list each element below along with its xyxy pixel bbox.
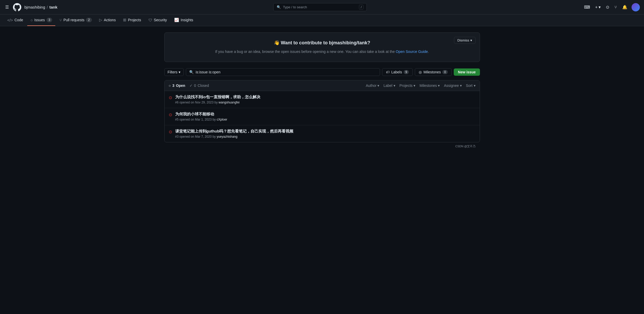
repo-separator: / (47, 5, 48, 9)
search-placeholder: Type / to search (283, 5, 307, 9)
header-search: 🔍 Type / to search / (62, 3, 579, 11)
open-label: Open (176, 83, 185, 88)
nav-item-issues[interactable]: ○ Issues 3 (27, 15, 55, 26)
issue-opened-text: opened on Nov 29, 2023 (179, 101, 214, 104)
contribute-title: 👋 Want to contribute to bjmashibing/tank… (171, 40, 473, 46)
labels-label: Labels (391, 70, 402, 74)
issue-opened-text: opened on Mar 7, 2020 (179, 135, 212, 138)
issue-title[interactable]: 为何我的小球不能移动 (175, 112, 476, 117)
open-issues-tab[interactable]: ○ 3 Open (169, 83, 185, 88)
issue-icon: ○ (30, 18, 33, 22)
search-icon: 🔍 (277, 5, 281, 9)
terminal-button[interactable]: ⌨ (583, 4, 591, 11)
issue-open-icon: ⊙ (169, 95, 172, 100)
closed-count: 0 (194, 83, 196, 88)
labels-button[interactable]: 🏷 Labels 9 (382, 68, 413, 76)
search-icon-small: 🔍 (189, 70, 194, 74)
dismiss-button[interactable]: Dismiss ▾ (454, 37, 476, 44)
nav-item-code[interactable]: </> Code (4, 15, 26, 26)
check-icon: ✓ (189, 83, 193, 88)
issues-container: ○ 3 Open ✓ 0 Closed Author ▾ Label ▾ (164, 80, 480, 142)
create-button[interactable]: + ▾ (594, 4, 602, 11)
wave-emoji: 👋 (274, 40, 280, 45)
bell-icon: 🔔 (622, 5, 627, 10)
global-search-box[interactable]: 🔍 Type / to search / (273, 3, 367, 11)
open-source-guide-link[interactable]: Open Source Guide (396, 50, 428, 54)
issue-meta: #6 opened on Nov 29, 2023 by wangshuangf… (175, 101, 476, 104)
issue-opened-text: opened on Mar 1, 2023 (179, 118, 212, 121)
projects-filter[interactable]: Projects ▾ (399, 83, 416, 88)
dismiss-dropdown-icon: ▾ (470, 38, 472, 42)
watch-button[interactable]: ⊙ (605, 4, 610, 11)
sort-dropdown-icon: ▾ (474, 83, 476, 88)
nav-item-actions[interactable]: ▷ Actions (96, 15, 119, 26)
plus-icon: + (595, 5, 598, 10)
closed-issues-tab[interactable]: ✓ 0 Closed (189, 83, 209, 88)
issues-search-input[interactable] (196, 70, 377, 74)
new-issue-button[interactable]: New issue (454, 68, 480, 76)
header-left: ☰ bjmashibing / tank (4, 3, 57, 11)
pull-request-icon: ⑂ (59, 18, 62, 22)
repo-nav: </> Code ○ Issues 3 ⑂ Pull requests 2 ▷ … (0, 15, 644, 26)
issues-toolbar: Filters ▾ 🔍 🏷 Labels 9 ◎ Milestones 0 Ne… (164, 68, 480, 76)
issues-header-right: Author ▾ Label ▾ Projects ▾ Milestones ▾… (366, 83, 475, 88)
repo-owner[interactable]: bjmashibing (24, 5, 45, 9)
contribute-banner: Dismiss ▾ 👋 Want to contribute to bjmash… (164, 32, 480, 62)
avatar[interactable] (632, 3, 640, 11)
label-filter[interactable]: Label ▾ (383, 83, 395, 88)
issue-by: by (213, 118, 217, 121)
contribute-desc-text: If you have a bug or an idea, browse the… (215, 50, 395, 54)
issue-open-icon: ⊙ (169, 129, 172, 134)
filters-dropdown-icon: ▾ (179, 70, 180, 74)
nav-item-pull-requests[interactable]: ⑂ Pull requests 2 (56, 15, 95, 26)
watch-icon: ⊙ (606, 5, 609, 10)
terminal-icon: ⌨ (584, 5, 590, 10)
security-icon: 🛡 (148, 18, 152, 22)
issue-open-icon: ⊙ (169, 112, 172, 117)
table-row: ⊙ 为什么说找不到io包一直报错啊，求助，怎么解决 #6 opened on N… (165, 91, 480, 108)
notifications-button[interactable]: 🔔 (621, 4, 628, 11)
assignee-filter-label: Assignee (444, 83, 459, 88)
milestones-button[interactable]: ◎ Milestones 0 (415, 68, 452, 76)
repo-breadcrumb: bjmashibing / tank (24, 5, 57, 9)
assignee-filter[interactable]: Assignee ▾ (444, 83, 462, 88)
hamburger-button[interactable]: ☰ (4, 4, 10, 11)
open-count: 3 (172, 83, 174, 88)
issue-author[interactable]: yueyazhishang (217, 135, 238, 138)
issues-badge: 3 (46, 18, 52, 22)
nav-item-projects[interactable]: ⊞ Projects (120, 15, 144, 26)
issue-meta: #5 opened on Mar 1, 2023 by cXploer (175, 118, 476, 121)
issue-title[interactable]: 为什么说找不到io包一直报错啊，求助，怎么解决 (175, 95, 476, 100)
author-dropdown-icon: ▾ (377, 83, 379, 88)
site-header: ☰ bjmashibing / tank 🔍 Type / to search … (0, 0, 644, 15)
milestones-filter-label: Milestones (419, 83, 437, 88)
dismiss-label: Dismiss (457, 38, 469, 42)
search-shortcut: / (359, 5, 364, 10)
issue-author[interactable]: cXploer (217, 118, 227, 121)
footer-watermark: CSDN @艾不乃 (164, 142, 480, 150)
repo-name[interactable]: tank (49, 5, 57, 9)
filters-button[interactable]: Filters ▾ (164, 68, 184, 76)
projects-icon: ⊞ (123, 18, 126, 22)
sort-filter[interactable]: Sort ▾ (466, 83, 476, 88)
issue-number: #3 (175, 135, 179, 138)
milestones-label: Milestones (423, 70, 441, 74)
issue-content: 为何我的小球不能移动 #5 opened on Mar 1, 2023 by c… (175, 112, 476, 121)
fork-button[interactable]: ⑂ (613, 4, 618, 11)
header-right: ⌨ + ▾ ⊙ ⑂ 🔔 (583, 3, 640, 11)
nav-label-issues: Issues (34, 18, 45, 22)
issue-number: #6 (175, 101, 179, 104)
nav-item-security[interactable]: 🛡 Security (145, 15, 170, 26)
issue-author[interactable]: wangshuangfei (219, 101, 240, 104)
labels-count-badge: 9 (404, 70, 409, 74)
issue-title[interactable]: 课堂笔记能上传到guthub吗？想先看笔记，自己实现，然后再看视频 (175, 129, 476, 134)
filters-label: Filters (168, 70, 178, 74)
table-row: ⊙ 课堂笔记能上传到guthub吗？想先看笔记，自己实现，然后再看视频 #3 o… (165, 125, 480, 142)
milestones-filter[interactable]: Milestones ▾ (419, 83, 440, 88)
issues-list-body: ⊙ 为什么说找不到io包一直报错啊，求助，怎么解决 #6 opened on N… (165, 91, 480, 142)
nav-item-insights[interactable]: 📈 Insights (171, 15, 196, 26)
author-filter[interactable]: Author ▾ (366, 83, 379, 88)
code-icon: </> (7, 18, 13, 22)
issues-search-wrapper[interactable]: 🔍 (186, 68, 380, 76)
sort-filter-label: Sort (466, 83, 473, 88)
